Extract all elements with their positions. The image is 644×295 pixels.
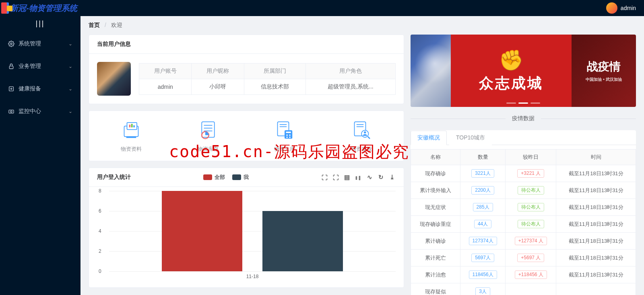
quick-nav-card: 物资资料物资库存物资入库物资发放	[89, 111, 404, 161]
svg-rect-9	[134, 125, 135, 127]
table-header: 时间	[556, 150, 636, 165]
quick-item[interactable]: 物资发放	[350, 119, 373, 153]
delta-tag: +118456 人	[515, 270, 547, 279]
menu-toggle-icon[interactable]: |||	[0, 16, 80, 31]
svg-point-21	[287, 135, 288, 136]
quick-icon	[273, 119, 296, 141]
chart-legend: 全部 我	[203, 174, 249, 181]
table-row: 累计境外输入2200人待公布人截至11月18日13时31分	[411, 182, 636, 199]
table-cell: admin	[139, 79, 192, 94]
lock-icon	[8, 63, 14, 70]
quick-icon	[120, 119, 142, 141]
count-tag: 5697人	[471, 254, 494, 262]
carousel-center: ✊ 众志成城	[451, 35, 572, 107]
quick-icon	[350, 119, 373, 141]
bar-icon[interactable]: ⫾⫿	[355, 174, 362, 181]
quick-item[interactable]: 物资入库	[273, 119, 296, 153]
sidebar-item-label: 健康报备	[19, 85, 41, 92]
indicator[interactable]	[530, 102, 540, 104]
delta-tag: +5697 人	[517, 254, 544, 262]
delta-tag: +127374 人	[515, 237, 547, 245]
table-cell: 小邱呀	[192, 79, 244, 94]
table-header: 较昨日	[506, 150, 556, 165]
table-row: 现无症状285人待公布人截至11月18日13时31分	[411, 199, 636, 216]
carousel-indicators	[506, 102, 540, 104]
delta-tag: +3221 人	[517, 169, 544, 178]
count-tag: 3221人	[471, 169, 494, 178]
quick-label: 物资库存	[198, 145, 219, 153]
indicator[interactable]	[518, 102, 528, 104]
count-tag: 44人	[474, 220, 491, 228]
user-avatar	[97, 62, 131, 96]
sidebar: 新冠-物资管理系统 ||| 系统管理 ⌄ 业务管理 ⌄	[0, 0, 80, 295]
quick-label: 物资发放	[351, 145, 372, 153]
tab-top10[interactable]: TOP10城市	[449, 131, 492, 145]
zoom-reset-icon[interactable]: ⛶	[332, 174, 339, 181]
carousel-right: 战疫情 中国加油 • 武汉加油	[572, 35, 636, 107]
epidemic-tabs: 安徽概况 TOP10城市	[411, 130, 636, 145]
y-tick: 0	[99, 268, 101, 274]
chart-toolbox: ⛶ ⛶ ▤ ⫾⫿ ∿ ↻ ⤓	[321, 174, 396, 181]
legend-me[interactable]: 我	[232, 174, 249, 181]
sidebar-item-business[interactable]: 业务管理 ⌄	[0, 55, 80, 78]
user-info-table: 用户账号用户昵称所属部门用户角色 admin小邱呀信息技术部超级管理员,系统..…	[139, 63, 396, 95]
topbar: admin	[80, 0, 644, 16]
breadcrumb-current: 欢迎	[111, 22, 122, 28]
svg-point-22	[289, 135, 291, 136]
sidebar-item-monitor[interactable]: 监控中心 ⌄	[0, 100, 80, 123]
count-tag: 127374人	[469, 237, 497, 245]
carousel-image	[411, 35, 451, 107]
chevron-down-icon: ⌄	[68, 41, 72, 47]
table-header: 名称	[411, 150, 460, 165]
user-label[interactable]: admin	[621, 5, 636, 11]
svg-rect-10	[126, 137, 136, 138]
line-icon[interactable]: ∿	[366, 174, 373, 181]
tab-overview[interactable]: 安徽概况	[411, 131, 447, 145]
table-row: 累计确诊127374人+127374 人截至11月18日13时31分	[411, 233, 636, 250]
chevron-down-icon: ⌄	[68, 86, 72, 92]
epidemic-divider: 疫情数据	[411, 115, 636, 122]
breadcrumb: 首页 / 欢迎	[89, 16, 636, 35]
table-row: 累计治愈118456人+118456 人截至11月18日13时31分	[411, 266, 636, 283]
restore-icon[interactable]: ↻	[377, 174, 384, 181]
svg-rect-3	[9, 110, 14, 113]
table-header: 所属部门	[244, 63, 305, 79]
health-icon	[8, 86, 14, 92]
svg-point-23	[287, 137, 288, 138]
banner-carousel[interactable]: ✊ 众志成城 战疫情 中国加油 • 武汉加油	[411, 35, 636, 107]
table-row: 累计死亡5697人+5697 人截至11月18日13时31分	[411, 250, 636, 266]
table-row: 现存确诊3221人+3221 人截至11月18日13时31分	[411, 165, 636, 182]
count-tag: 2200人	[471, 186, 494, 195]
quick-item[interactable]: 物资库存	[197, 119, 219, 153]
count-tag: 285人	[473, 203, 493, 211]
sidebar-item-system[interactable]: 系统管理 ⌄	[0, 33, 80, 55]
quick-label: 物资资料	[121, 145, 142, 153]
svg-point-0	[10, 43, 12, 45]
user-info-card: 当前用户信息 用户账号用户昵称所属部门用户角色 admin小邱呀信息技术部超级管…	[89, 35, 404, 104]
legend-all[interactable]: 全部	[203, 174, 225, 181]
y-tick: 8	[99, 188, 101, 194]
bar-chart: 02468	[109, 191, 396, 271]
login-chart-card: 用户登入统计 全部 我 ⛶ ⛶ ▤ ⫾⫿ ∿ ↻	[89, 168, 404, 288]
data-view-icon[interactable]: ▤	[343, 174, 351, 181]
sidebar-item-health[interactable]: 健康报备 ⌄	[0, 78, 80, 100]
table-cell: 信息技术部	[244, 79, 305, 94]
main-menu: 系统管理 ⌄ 业务管理 ⌄ 健康报备 ⌄ 监控	[0, 31, 80, 123]
chart-bar	[162, 191, 242, 271]
svg-rect-19	[285, 130, 292, 139]
chart-bar	[262, 211, 343, 271]
quick-label: 物资入库	[274, 145, 295, 153]
sidebar-item-label: 监控中心	[19, 108, 41, 115]
svg-point-24	[289, 137, 291, 138]
table-header: 用户昵称	[192, 63, 244, 79]
zoom-icon[interactable]: ⛶	[321, 174, 328, 181]
table-row: 现存疑似3人	[411, 283, 636, 295]
table-row: 现存确诊重症44人待公布人截至11月18日13时31分	[411, 216, 636, 233]
avatar[interactable]	[606, 2, 617, 14]
indicator[interactable]	[506, 102, 516, 104]
quick-item[interactable]: 物资资料	[120, 119, 142, 153]
table-header: 用户角色	[305, 63, 395, 79]
download-icon[interactable]: ⤓	[388, 174, 396, 181]
breadcrumb-home[interactable]: 首页	[89, 22, 100, 28]
count-tag: 3人	[475, 287, 490, 295]
